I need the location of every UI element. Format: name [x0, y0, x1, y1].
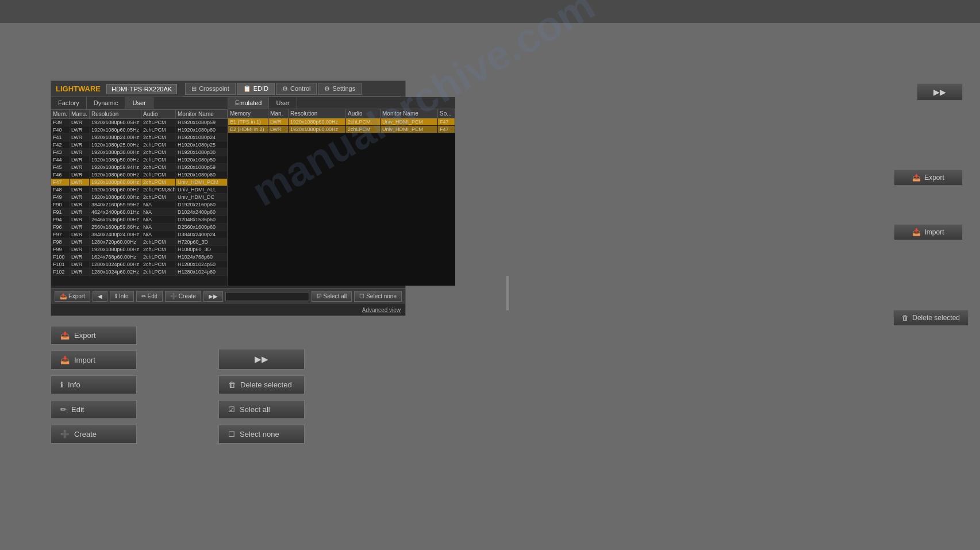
toolbar-back-btn[interactable]: ◀: [93, 291, 107, 302]
tab-settings[interactable]: ⚙ Settings: [318, 83, 362, 95]
bottom-left-buttons: 📤 Export 📥 Import ℹ Info ✏ Edit ➕ Create: [51, 326, 137, 444]
tab-factory[interactable]: Factory: [51, 97, 87, 109]
table-row[interactable]: F98 LWR 1280x720p60.00Hz 2chLPCM H720p60…: [51, 239, 228, 246]
toolbar-select-none-btn[interactable]: ☐ Select none: [354, 291, 402, 302]
cell-mem: F42: [51, 141, 70, 148]
table-row[interactable]: F46 LWR 1920x1080p60.00Hz 2chLPCM H1920x…: [51, 171, 228, 179]
rcell-audio: 2chLPCM: [346, 118, 381, 125]
bottom-delete-selected-btn[interactable]: 🗑 Delete selected: [218, 375, 305, 394]
bottom-import-btn[interactable]: 📥 Import: [51, 351, 137, 370]
tab-edid[interactable]: 📋 EDID: [237, 83, 275, 95]
bottom-arrow-btn[interactable]: ▶▶: [218, 349, 305, 370]
cell-audio: 2chLPCM: [141, 179, 176, 186]
toolbar-info-btn[interactable]: ℹ Info: [110, 291, 134, 302]
cell-mem: F103: [51, 276, 70, 277]
table-row[interactable]: F43 LWR 1920x1080p30.00Hz 2chLPCM H1920x…: [51, 149, 228, 156]
cell-manu: LWR: [70, 231, 90, 238]
cell-manu: LWR: [70, 194, 90, 201]
toolbar-export-btn[interactable]: 📤 Export: [55, 291, 90, 302]
settings-icon: ⚙: [324, 85, 330, 93]
cell-manu: LWR: [70, 126, 90, 133]
bottom-info-btn[interactable]: ℹ Info: [51, 375, 137, 394]
table-row[interactable]: F100 LWR 1624x768p60.00Hz 2chLPCM H1024x…: [51, 253, 228, 261]
cell-manu: LWR: [70, 134, 90, 141]
cell-monitor: H1280x1024p75: [176, 276, 228, 277]
side-export-btn[interactable]: 📤 Export: [894, 170, 963, 186]
table-row[interactable]: F90 LWR 3840x2160p59.99Hz N/A D1920x2160…: [51, 201, 228, 209]
table-row[interactable]: F47 LWR 1920x1080p60.00Hz 2chLPCM Univ_H…: [51, 179, 228, 186]
sub-tabs: Factory Dynamic User: [51, 97, 228, 110]
cell-audio: 2chLPCM: [141, 126, 176, 133]
crosspoint-icon: ⊞: [191, 85, 197, 93]
table-row[interactable]: F103 LWR 1280x1024p75.00Hz 2chLPCM H1280…: [51, 276, 228, 277]
toolbar-edit-btn[interactable]: ✏ Edit: [136, 291, 163, 302]
bottom-create-btn[interactable]: ➕ Create: [51, 425, 137, 444]
table-row[interactable]: F48 LWR 1920x1080p60.00Hz 2chLPCM,8ch...…: [51, 186, 228, 194]
table-row[interactable]: F101 LWR 1280x1024p60.00Hz 2chLPCM H1280…: [51, 261, 228, 268]
table-row[interactable]: F96 LWR 2560x1600p59.86Hz N/A D2560x1600…: [51, 224, 228, 231]
cell-mem: F99: [51, 246, 70, 253]
table-row[interactable]: F44 LWR 1920x1080p50.00Hz 2chLPCM H1920x…: [51, 156, 228, 164]
right-table-row[interactable]: E2 (HDMI in 2) LWR 1920x1080p60.00Hz 2ch…: [228, 126, 455, 133]
table-row[interactable]: F49 LWR 1920x1080p60.00Hz 2chLPCM Univ_H…: [51, 194, 228, 201]
side-arrow-btn[interactable]: ▶▶: [917, 83, 963, 101]
table-row[interactable]: F45 LWR 1920x1080p59.94Hz 2chLPCM H1920x…: [51, 164, 228, 171]
left-table-body: F39 LWR 1920x1080p60.05Hz 2chLPCM H1920x…: [51, 119, 228, 277]
tab-control[interactable]: ⚙ Control: [276, 83, 317, 95]
table-row[interactable]: F41 LWR 1920x1080p24.00Hz 2chLPCM H1920x…: [51, 134, 228, 141]
tab-user[interactable]: User: [125, 97, 153, 109]
logo: LIGHTWARE: [56, 84, 101, 93]
side-import-area: 📥 Import: [894, 224, 963, 240]
cell-audio: 2chLPCM: [141, 171, 176, 178]
cell-audio: 2chLPCM: [141, 119, 176, 126]
back-icon: ◀: [98, 293, 102, 299]
cell-resolution: 1920x1080p60.00Hz: [90, 179, 141, 186]
side-delete-selected-btn[interactable]: 🗑 Delete selected: [893, 310, 969, 326]
right-table-row[interactable]: E1 (TPS in 1) LWR 1920x1080p60.00Hz 2chL…: [228, 118, 455, 126]
tab-emulated[interactable]: Emulated: [228, 97, 269, 109]
toolbar-arrow-btn[interactable]: ▶▶: [203, 291, 223, 302]
cell-resolution: 3840x2400p24.00Hz: [90, 231, 141, 238]
rcell-monitor: Univ_HDMI_PCM: [381, 126, 438, 133]
bottom-export-btn[interactable]: 📤 Export: [51, 326, 137, 345]
bottom-select-all-btn[interactable]: ☑ Select all: [218, 400, 305, 419]
side-import-btn[interactable]: 📥 Import: [894, 224, 963, 240]
cell-mem: F97: [51, 231, 70, 238]
cell-audio: 2chLPCM: [141, 156, 176, 163]
table-row[interactable]: F99 LWR 1920x1080p60.00Hz 2chLPCM H1080p…: [51, 246, 228, 253]
table-row[interactable]: F102 LWR 1280x1024p60.02Hz 2chLPCM H1280…: [51, 268, 228, 276]
cell-manu: LWR: [70, 149, 90, 156]
bottom-export-icon: 📤: [60, 331, 70, 340]
cell-resolution: 1280x720p60.00Hz: [90, 239, 141, 245]
right-sub-tabs: Emulated User: [228, 97, 455, 109]
cell-resolution: 1920x1080p60.05Hz: [90, 119, 141, 126]
table-row[interactable]: F94 LWR 2646x1536p60.00Hz N/A D2048x1536…: [51, 216, 228, 224]
table-row[interactable]: F40 LWR 1920x1080p60.05Hz 2chLPCM H1920x…: [51, 126, 228, 134]
scroll-indicator: [506, 276, 509, 310]
toolbar-create-btn[interactable]: ➕ Create: [165, 291, 201, 302]
table-row[interactable]: F42 LWR 1920x1080p25.00Hz 2chLPCM H1920x…: [51, 141, 228, 149]
bottom-edit-btn[interactable]: ✏ Edit: [51, 400, 137, 419]
bottom-create-icon: ➕: [60, 430, 70, 439]
table-row[interactable]: F97 LWR 3840x2400p24.00Hz N/A D3840x2400…: [51, 231, 228, 239]
table-row[interactable]: F91 LWR 4624x2400p60.01Hz N/A D1024x2400…: [51, 209, 228, 216]
bottom-right-buttons: ▶▶ 🗑 Delete selected ☑ Select all ☐ Sele…: [218, 349, 305, 444]
tab-crosspoint[interactable]: ⊞ Crosspoint: [185, 83, 236, 95]
cell-mem: F49: [51, 194, 70, 201]
cell-resolution: 1920x1080p25.00Hz: [90, 141, 141, 148]
cell-resolution: 1920x1080p24.00Hz: [90, 134, 141, 141]
bottom-import-icon: 📥: [60, 356, 70, 364]
cell-manu: LWR: [70, 246, 90, 253]
cell-monitor: H1920x1080p59: [176, 119, 228, 126]
tab-dynamic[interactable]: Dynamic: [87, 97, 126, 109]
create-icon: ➕: [170, 293, 177, 299]
cell-monitor: D2048x1536p60: [176, 216, 228, 223]
bottom-select-none-btn[interactable]: ☐ Select none: [218, 425, 305, 444]
tab-user-right[interactable]: User: [269, 97, 297, 109]
cell-resolution: 1920x1080p50.00Hz: [90, 156, 141, 163]
advanced-view-link[interactable]: Advanced view: [362, 307, 401, 313]
cell-manu: LWR: [70, 216, 90, 223]
table-row[interactable]: F39 LWR 1920x1080p60.05Hz 2chLPCM H1920x…: [51, 119, 228, 126]
cell-resolution: 1624x768p60.00Hz: [90, 253, 141, 260]
toolbar-select-all-btn[interactable]: ☑ Select all: [312, 291, 352, 302]
